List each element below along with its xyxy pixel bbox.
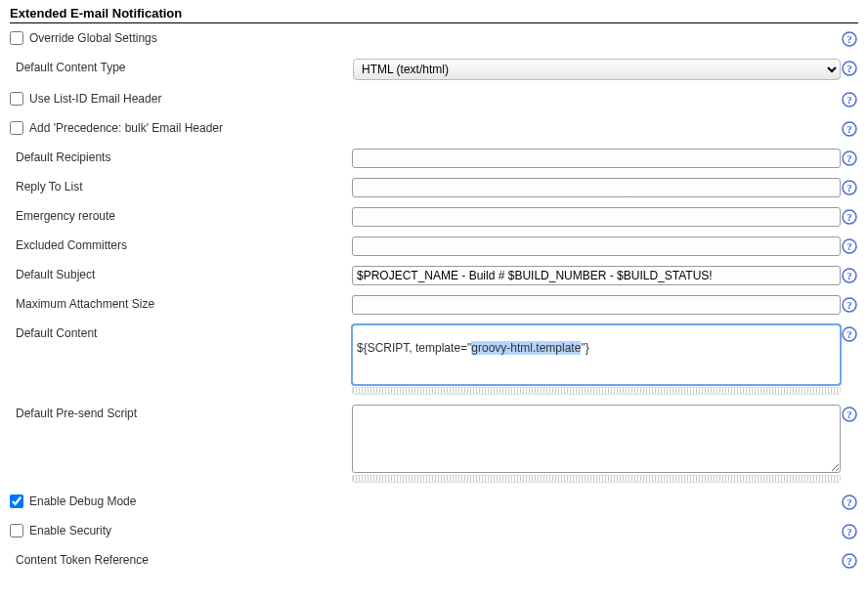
- help-icon[interactable]: [842, 61, 857, 76]
- emergency-reroute-input[interactable]: [352, 207, 841, 227]
- help-icon[interactable]: [842, 553, 857, 569]
- default-presend-label: Default Pre-send Script: [16, 407, 137, 420]
- help-icon[interactable]: [842, 209, 857, 225]
- help-icon[interactable]: [842, 150, 857, 166]
- default-content-type-label: Default Content Type: [16, 61, 126, 74]
- enable-security-label: Enable Security: [29, 524, 111, 537]
- default-content-type-select[interactable]: HTML (text/html): [353, 59, 841, 80]
- excluded-committers-label: Excluded Committers: [16, 238, 127, 252]
- enable-debug-checkbox[interactable]: [10, 494, 23, 508]
- help-icon[interactable]: [842, 494, 857, 510]
- help-icon[interactable]: [842, 121, 857, 137]
- default-recipients-input[interactable]: [352, 149, 841, 168]
- reply-to-input[interactable]: [352, 178, 841, 197]
- default-content-prefix: ${SCRIPT, template=": [357, 341, 471, 355]
- max-attachment-input[interactable]: [352, 295, 841, 315]
- help-icon[interactable]: [842, 407, 857, 422]
- help-icon[interactable]: [842, 31, 857, 47]
- enable-debug-label: Enable Debug Mode: [29, 494, 136, 508]
- help-icon[interactable]: [842, 238, 857, 254]
- default-presend-textarea[interactable]: [352, 405, 841, 473]
- help-icon[interactable]: [842, 180, 857, 195]
- default-content-label: Default Content: [16, 326, 97, 340]
- use-listid-label: Use List-ID Email Header: [29, 92, 161, 106]
- help-icon[interactable]: [842, 268, 857, 283]
- add-precedence-label: Add 'Precedence: bulk' Email Header: [29, 121, 223, 135]
- textarea-resize-handle[interactable]: [352, 475, 841, 483]
- enable-security-checkbox[interactable]: [10, 524, 23, 537]
- default-recipients-label: Default Recipients: [16, 150, 110, 164]
- add-precedence-checkbox[interactable]: [10, 121, 23, 135]
- help-icon[interactable]: [842, 297, 857, 313]
- textarea-resize-handle[interactable]: [352, 387, 841, 395]
- default-subject-input[interactable]: [352, 266, 841, 285]
- use-listid-checkbox[interactable]: [10, 92, 23, 106]
- reply-to-label: Reply To List: [16, 180, 82, 193]
- max-attachment-label: Maximum Attachment Size: [16, 297, 154, 311]
- help-icon[interactable]: [842, 524, 857, 539]
- content-token-ref-label: Content Token Reference: [16, 553, 149, 567]
- help-icon[interactable]: [842, 326, 857, 342]
- override-global-label: Override Global Settings: [29, 31, 157, 45]
- section-title: Extended E-mail Notification: [10, 6, 858, 23]
- default-content-highlight: groovy-html.template: [471, 341, 581, 355]
- default-content-suffix: "}: [581, 341, 588, 355]
- help-icon[interactable]: [842, 92, 857, 107]
- default-subject-label: Default Subject: [16, 268, 95, 281]
- excluded-committers-input[interactable]: [352, 236, 841, 256]
- override-global-checkbox[interactable]: [10, 31, 23, 45]
- default-content-textarea[interactable]: ${SCRIPT, template="groovy-html.template…: [352, 324, 841, 385]
- emergency-reroute-label: Emergency reroute: [16, 209, 115, 223]
